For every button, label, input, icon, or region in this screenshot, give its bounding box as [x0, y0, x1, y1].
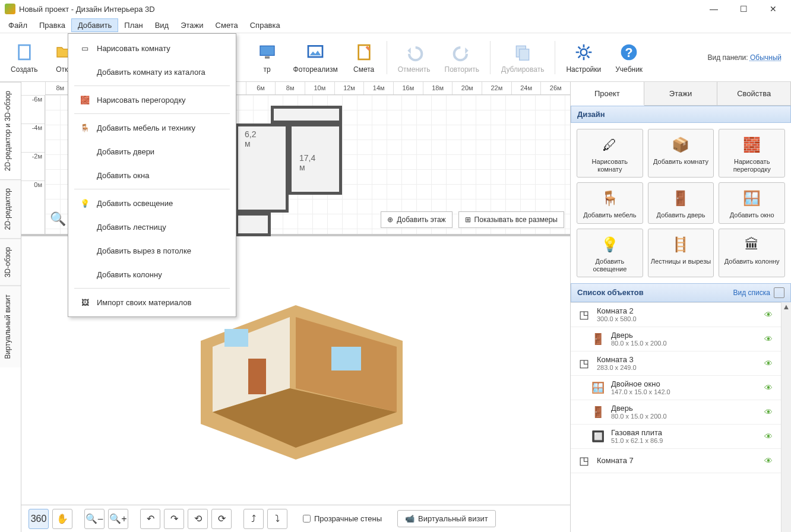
bt-zoom-in[interactable]: 🔍+	[108, 509, 128, 529]
column-icon: 🏛	[741, 234, 762, 255]
close-button[interactable]: ✕	[764, 4, 783, 14]
menu-help[interactable]: Справка	[244, 19, 286, 31]
dd-add-furniture[interactable]: 🪑Добавить мебель и технику	[68, 116, 236, 140]
minimize-button[interactable]: —	[704, 4, 723, 14]
bt-rotate-right[interactable]: ↷	[164, 509, 184, 529]
design-add-column[interactable]: 🏛Добавить колонну	[719, 229, 785, 277]
dd-add-stairs[interactable]: Добавить лестницу	[68, 215, 236, 239]
object-item[interactable]: 🚪 Дверь80.0 x 15.0 x 200.0 👁	[571, 400, 781, 425]
object-item[interactable]: ◳ Комната 7 👁	[571, 449, 781, 473]
bt-tilt-down[interactable]: ⤵	[267, 509, 287, 529]
scrollbar[interactable]: ▲	[781, 302, 791, 532]
tool-preview[interactable]: тр	[249, 39, 285, 76]
tool-tutorial[interactable]: ?Учебник	[609, 39, 648, 76]
tab-floors[interactable]: Этажи	[644, 82, 718, 105]
menu-file[interactable]: Файл	[2, 19, 33, 31]
undo-icon	[403, 42, 425, 63]
menu-add[interactable]: Добавить	[71, 18, 118, 32]
design-stairs[interactable]: 🪜Лестницы и вырезы	[648, 229, 714, 277]
brick-icon: 🧱	[741, 134, 762, 156]
svg-rect-1	[260, 46, 274, 55]
tool-create[interactable]: Создать	[5, 39, 44, 76]
visibility-icon[interactable]: 👁	[764, 334, 776, 344]
dd-draw-partition[interactable]: 🧱Нарисовать перегородку	[68, 88, 236, 112]
clipboard-icon	[353, 42, 375, 63]
tab-project[interactable]: Проект	[571, 82, 644, 106]
side-tab-virtual[interactable]: Виртуальный визит	[0, 286, 21, 368]
panel-view-link[interactable]: Обычный	[750, 53, 781, 62]
list-icon[interactable]	[774, 287, 784, 298]
object-item[interactable]: 🚪 Дверь80.0 x 15.0 x 200.0 👁	[571, 327, 781, 352]
dd-add-cutout[interactable]: Добавить вырез в потолке	[68, 239, 236, 262]
design-draw-room[interactable]: 🖊Нарисовать комнату	[577, 129, 643, 178]
maximize-button[interactable]: ☐	[734, 4, 753, 14]
object-item[interactable]: ◳ Комната 3283.0 x 249.0 👁	[571, 352, 781, 376]
list-view-link[interactable]: Вид списка	[733, 289, 770, 297]
object-item[interactable]: 🔲 Газовая плита51.0 x 62.1 x 86.9 👁	[571, 425, 781, 449]
tool-photorealism[interactable]: Фотореализм	[287, 39, 344, 76]
visibility-icon[interactable]: 👁	[764, 359, 776, 368]
bt-rotate-left[interactable]: ↶	[140, 509, 160, 529]
tab-properties[interactable]: Свойства	[717, 82, 791, 105]
import-icon: 🖼	[77, 295, 93, 309]
app-icon	[5, 4, 15, 14]
bt-pan[interactable]: ✋	[52, 509, 72, 529]
dd-add-doors[interactable]: Добавить двери	[68, 140, 236, 163]
menu-floors[interactable]: Этажи	[175, 19, 209, 31]
bt-zoom-out[interactable]: 🔍‒	[84, 509, 105, 529]
visibility-icon[interactable]: 👁	[764, 407, 776, 417]
virtual-visit-button[interactable]: 📹Виртуальный визит	[397, 510, 496, 527]
side-tab-2d3d[interactable]: 2D-редактор и 3D-обзор	[0, 82, 21, 179]
svg-text:?: ?	[625, 46, 633, 60]
menu-estimate[interactable]: Смета	[210, 19, 244, 31]
zoom-icon[interactable]: 🔍	[50, 211, 66, 227]
tool-duplicate[interactable]: Дублировать	[495, 39, 550, 76]
add-floor-button[interactable]: ⊕Добавить этаж	[381, 211, 452, 228]
visibility-icon[interactable]: 👁	[764, 432, 776, 441]
design-draw-partition[interactable]: 🧱Нарисовать перегородку	[719, 129, 785, 178]
room-icon: ◳	[575, 452, 592, 469]
visibility-icon[interactable]: 👁	[764, 310, 776, 319]
side-tab-2d[interactable]: 2D-редактор	[0, 179, 21, 238]
tool-estimate[interactable]: Смета	[346, 39, 382, 76]
stove-icon: 🔲	[590, 428, 606, 445]
visibility-icon[interactable]: 👁	[764, 456, 776, 466]
design-add-window[interactable]: 🪟Добавить окно	[719, 182, 785, 223]
show-dimensions-button[interactable]: ⊞Показывать все размеры	[458, 211, 564, 228]
transparent-walls-checkbox[interactable]: Прозрачные стены	[303, 514, 382, 523]
visibility-icon[interactable]: 👁	[764, 383, 776, 392]
dd-import-materials[interactable]: 🖼Импорт своих материалов	[68, 290, 236, 314]
camera-icon: 📹	[405, 514, 415, 523]
menu-plan[interactable]: План	[118, 19, 148, 31]
design-add-lighting[interactable]: 💡Добавить освещение	[577, 229, 643, 277]
dd-add-column[interactable]: Добавить колонну	[68, 262, 236, 286]
bt-flip-h[interactable]: ⟲	[188, 509, 208, 529]
dd-add-room-catalog[interactable]: Добавить комнату из каталога	[68, 60, 236, 84]
svg-rect-0	[18, 45, 30, 59]
objects-list[interactable]: ◳ Комната 2300.0 x 580.0 👁🚪 Дверь80.0 x …	[571, 302, 781, 532]
dd-draw-room[interactable]: ▭Нарисовать комнату	[68, 36, 236, 60]
design-add-room[interactable]: 📦Добавить комнату	[648, 129, 714, 178]
menu-edit[interactable]: Правка	[33, 19, 71, 31]
room-icon: ◳	[575, 306, 592, 323]
object-item[interactable]: 🪟 Двойное окно147.0 x 15.0 x 142.0 👁	[571, 376, 781, 400]
add-floor-icon: ⊕	[387, 216, 393, 224]
dd-add-windows[interactable]: Добавить окна	[68, 163, 236, 187]
file-icon	[14, 42, 35, 63]
design-add-furniture[interactable]: 🪑Добавить мебель	[577, 182, 643, 223]
brick-icon: 🧱	[77, 93, 93, 107]
tool-settings[interactable]: Настройки	[560, 39, 607, 76]
tool-redo[interactable]: Повторить	[439, 39, 486, 76]
tool-undo[interactable]: Отменить	[392, 39, 436, 76]
object-item[interactable]: ◳ Комната 2300.0 x 580.0 👁	[571, 303, 781, 327]
bt-tilt-up[interactable]: ⤴	[243, 509, 264, 529]
chair-icon: 🪑	[77, 121, 93, 135]
side-tab-3d[interactable]: 3D-обзор	[0, 238, 21, 286]
dd-add-lighting[interactable]: 💡Добавить освещение	[68, 191, 236, 215]
right-panel: Проект Этажи Свойства Дизайн 🖊Нарисовать…	[570, 82, 791, 532]
title-bar: Новый проект - Дизайн Интерьера 3D — ☐ ✕	[0, 0, 791, 18]
bt-360[interactable]: 360	[29, 509, 49, 529]
bt-flip-v[interactable]: ⟳	[211, 509, 232, 529]
design-add-door[interactable]: 🚪Добавить дверь	[648, 182, 714, 223]
menu-view[interactable]: Вид	[149, 19, 175, 31]
